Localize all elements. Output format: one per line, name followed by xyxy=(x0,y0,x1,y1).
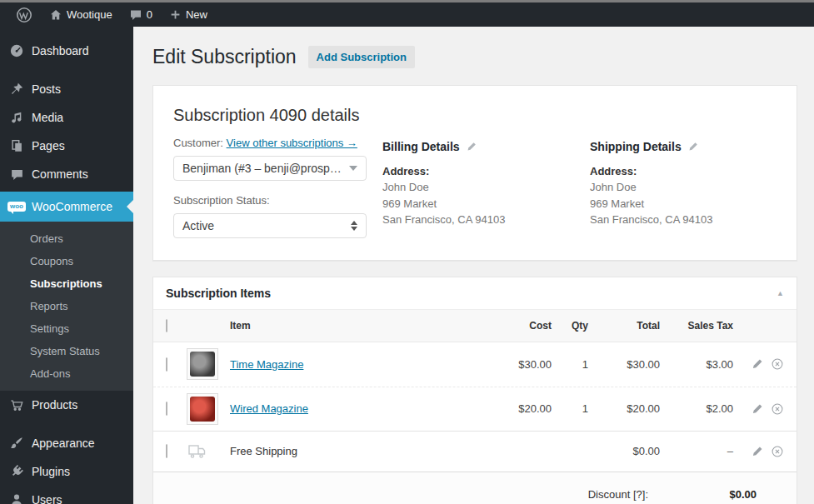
sidebar-item-products[interactable]: Products xyxy=(0,391,133,419)
sidebar-item-label: Pages xyxy=(32,139,65,152)
customer-column: Customer: View other subscriptions → Ben… xyxy=(173,137,382,238)
sidebar-item-reports[interactable]: Reports xyxy=(0,295,133,317)
comments-icon xyxy=(8,166,25,182)
billing-details-title: Billing Details xyxy=(382,140,460,153)
edit-shipping-pencil-icon[interactable] xyxy=(687,141,699,152)
admin-sidebar: Dashboard Posts Media Pages xyxy=(0,27,133,504)
billing-address-line: San Francisco, CA 94103 xyxy=(382,214,590,227)
comment-count: 0 xyxy=(147,8,152,21)
table-row: Wired Magazine $20.00 1 $20.00 $2.00 xyxy=(153,387,797,431)
woocommerce-submenu: Orders Coupons Subscriptions Reports Set… xyxy=(0,222,133,391)
delete-item-x-icon[interactable] xyxy=(771,402,784,416)
sidebar-item-plugins[interactable]: Plugins xyxy=(0,457,133,486)
page-title: Edit Subscription xyxy=(152,46,297,69)
order-totals-section: Discount [?]: $0.00 Shipping [?]: $0.00 xyxy=(153,472,797,504)
shipping-total: $0.00 xyxy=(588,445,660,457)
item-cost: $20.00 xyxy=(478,402,552,415)
shipping-tax: – xyxy=(660,445,733,457)
item-cost: $30.00 xyxy=(478,358,552,371)
posts-icon xyxy=(8,81,25,97)
sidebar-item-label: Appearance xyxy=(32,437,95,450)
column-header-item: Item xyxy=(230,320,478,332)
add-subscription-button[interactable]: Add Subscription xyxy=(308,46,415,68)
appearance-brush-icon xyxy=(8,435,25,452)
sidebar-item-add-ons[interactable]: Add-ons xyxy=(0,362,133,385)
sidebar-item-appearance[interactable]: Appearance xyxy=(0,429,133,457)
shipping-row: Free Shipping $0.00 – xyxy=(153,431,797,472)
item-tax: $3.00 xyxy=(660,358,733,371)
sidebar-item-posts[interactable]: Posts xyxy=(0,75,133,103)
sidebar-item-label: Plugins xyxy=(32,465,70,478)
subscription-details-panel: Subscription 4090 details Customer: View… xyxy=(152,85,797,261)
row-checkbox[interactable] xyxy=(166,357,167,372)
sidebar-item-label: Comments xyxy=(32,167,88,181)
delete-item-x-icon[interactable] xyxy=(771,357,784,371)
content-area: Edit Subscription Add Subscription Subsc… xyxy=(133,27,814,504)
sidebar-item-system-status[interactable]: System Status xyxy=(0,340,133,362)
item-total: $20.00 xyxy=(588,402,660,415)
sidebar-item-subscriptions[interactable]: Subscriptions xyxy=(0,272,133,295)
edit-item-pencil-icon[interactable] xyxy=(751,402,764,416)
row-checkbox[interactable] xyxy=(166,444,167,458)
shipping-address-label: Address: xyxy=(590,165,797,177)
edit-billing-pencil-icon[interactable] xyxy=(466,141,477,152)
collapse-panel-arrow-icon[interactable]: ▲ xyxy=(777,289,784,297)
edit-item-pencil-icon[interactable] xyxy=(751,445,764,458)
sidebar-item-users[interactable]: Users xyxy=(0,486,133,504)
new-content-menu[interactable]: New xyxy=(162,2,215,27)
chevron-down-icon xyxy=(349,166,357,171)
billing-column: Billing Details Address: John Doe 969 Ma… xyxy=(382,137,590,238)
product-link[interactable]: Time Magazine xyxy=(230,358,303,371)
sidebar-item-coupons[interactable]: Coupons xyxy=(0,250,133,272)
items-table-header: Item Cost Qty Total Sales Tax xyxy=(153,310,797,342)
products-cart-icon xyxy=(8,397,25,413)
totals-row: Discount [?]: $0.00 xyxy=(153,481,797,504)
shipping-address-line: John Doe xyxy=(590,182,797,194)
media-icon xyxy=(8,109,25,126)
item-qty: 1 xyxy=(552,402,588,415)
column-header-qty: Qty xyxy=(552,320,588,332)
comments-menu[interactable]: 0 xyxy=(122,2,160,27)
row-checkbox[interactable] xyxy=(166,402,167,416)
sidebar-item-settings[interactable]: Settings xyxy=(0,317,133,340)
sidebar-item-dashboard[interactable]: Dashboard xyxy=(0,37,133,65)
sidebar-item-comments[interactable]: Comments xyxy=(0,160,133,188)
discount-label: Discount [?]: xyxy=(588,488,648,501)
customer-label: Customer: xyxy=(173,137,223,149)
plus-icon xyxy=(169,8,182,21)
view-other-subscriptions-link[interactable]: View other subscriptions → xyxy=(227,137,357,149)
site-name-menu[interactable]: Wootique xyxy=(42,2,120,27)
sidebar-item-label: WooCommerce xyxy=(32,200,112,213)
status-select[interactable]: Active xyxy=(173,213,367,238)
sidebar-item-woocommerce[interactable]: woo WooCommerce xyxy=(0,192,133,222)
column-header-total: Total xyxy=(588,320,660,332)
product-link[interactable]: Wired Magazine xyxy=(230,402,308,415)
customer-select[interactable]: Benjiman (#3 – benji@prosp… xyxy=(173,156,367,181)
select-all-checkbox[interactable] xyxy=(166,319,167,332)
pages-icon xyxy=(8,137,25,154)
table-row: Time Magazine $30.00 1 $30.00 $3.00 xyxy=(153,342,797,387)
billing-address-line: John Doe xyxy=(382,182,590,194)
customer-select-value: Benjiman (#3 – benji@prosp… xyxy=(182,162,342,175)
shipping-column: Shipping Details Address: John Doe 969 M… xyxy=(590,137,797,238)
sidebar-item-label: Posts xyxy=(32,82,61,96)
sidebar-item-media[interactable]: Media xyxy=(0,103,133,132)
wp-logo-button[interactable] xyxy=(8,2,40,27)
select-spinner-icon xyxy=(351,221,357,231)
delete-item-x-icon[interactable] xyxy=(771,445,784,458)
woocommerce-icon: woo xyxy=(8,198,25,215)
home-icon xyxy=(49,8,62,22)
item-total: $30.00 xyxy=(588,358,660,371)
item-tax: $2.00 xyxy=(660,402,733,415)
edit-item-pencil-icon[interactable] xyxy=(751,357,764,371)
plugins-icon xyxy=(8,463,25,480)
details-panel-title: Subscription 4090 details xyxy=(173,106,777,125)
screen: Wootique 0 New Dashboard xyxy=(0,0,814,504)
sidebar-item-label: Dashboard xyxy=(32,44,89,57)
sidebar-item-pages[interactable]: Pages xyxy=(0,132,133,160)
sidebar-item-label: Media xyxy=(32,111,63,124)
status-label: Subscription Status: xyxy=(173,194,382,207)
sidebar-item-orders[interactable]: Orders xyxy=(0,227,133,250)
product-thumbnail xyxy=(187,348,218,380)
truck-icon xyxy=(187,442,230,462)
